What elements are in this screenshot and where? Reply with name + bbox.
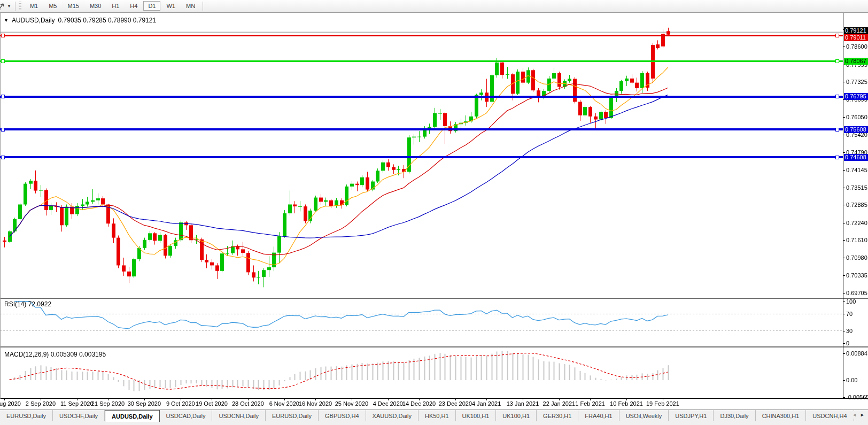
date-tick-label: 19 Feb 2021 [639,400,687,407]
rsi-tick-label: 30 [846,328,852,334]
price-tick-label: 0.73515 [846,184,867,191]
timeframe-button-h1[interactable]: H1 [107,1,124,11]
timeframe-button-m1[interactable]: M1 [25,1,43,11]
price-tick-label: 0.77325 [846,79,867,85]
line-handle[interactable] [835,128,839,132]
horizontal-line-0.79011[interactable] [0,35,843,36]
timeframe-button-m15[interactable]: M15 [63,1,83,11]
line-handle[interactable] [835,59,839,63]
price-badge-0.79011: 0.79011 [844,34,868,41]
macd-indicator-label: MACD(12,26,9) 0.005309 0.003195 [4,351,106,358]
symbol-title: AUDUSD,Daily [12,17,55,24]
line-handle[interactable] [1,34,5,37]
horizontal-line-0.76795[interactable] [0,96,843,98]
price-badge-0.75608: 0.75608 [844,126,868,133]
horizontal-line-0.74608[interactable] [0,156,843,158]
chart-tab-china300-h1[interactable]: CHINA300,H1 [756,410,807,421]
tab-scroll-right-icon[interactable]: ► [860,412,865,418]
chart-tab-usdjpy-h1[interactable]: USDJPY,H1 [669,410,714,421]
tab-scroll-left-icon[interactable]: ◄ [852,412,857,418]
ohlc-values: 0.79035 0.79285 0.78990 0.79121 [58,17,157,24]
chart-tab-fra40-h1[interactable]: FRA40,H1 [578,410,619,421]
line-handle[interactable] [835,95,839,98]
timeframe-button-m5[interactable]: M5 [44,1,61,11]
price-badge-0.79121: 0.79121 [844,27,868,34]
rsi-tick-label: 70 [846,311,852,317]
timeframe-button-mn[interactable]: MN [181,1,200,11]
toolbar-grip[interactable] [19,2,21,11]
chart-tab-usdchf-daily[interactable]: USDCHF,Daily [53,410,105,421]
line-handle[interactable] [1,128,5,132]
symbol-dropdown-icon[interactable]: ▼ [4,18,9,23]
timeframe-button-h4[interactable]: H4 [125,1,142,11]
price-tick-label: 0.72240 [846,220,867,226]
price-tick-label: 0.74145 [846,167,867,173]
chart-tab-bar: EURUSD,DailyUSDCHF,DailyAUDUSD,DailyUSDC… [0,409,868,425]
price-badge-0.74608: 0.74608 [844,154,868,161]
rsi-tick-label: 0 [846,340,849,346]
price-tick-label: 0.71610 [846,237,867,243]
horizontal-line-0.78067[interactable] [0,60,843,62]
chart-title: ▼ AUDUSD,Daily 0.79035 0.79285 0.78990 0… [4,17,156,24]
chart-tab-audusd-daily[interactable]: AUDUSD,Daily [105,410,159,422]
macd-tick-label: -0.005651 [846,394,868,400]
macd-tick-label: 0.00 [846,377,857,383]
chart-tab-xauusd-daily[interactable]: XAUUSD,Daily [366,410,418,421]
chart-tab-uk100-h1[interactable]: UK100,H1 [456,410,497,421]
chart-tab-usdcnh-daily[interactable]: USDCNH,Daily [212,410,266,421]
timeframe-button-m30[interactable]: M30 [85,1,106,11]
line-handle[interactable] [1,59,5,63]
line-handle[interactable] [835,34,839,37]
chart-tab-uk100-h1[interactable]: UK100,H1 [496,410,537,421]
price-tick-label: 0.69705 [846,290,867,296]
horizontal-line-0.75608[interactable] [0,128,843,130]
price-tick-label: 0.76050 [846,114,867,120]
chart-tab-dj30-daily[interactable]: DJ30,Daily [714,410,755,421]
line-handle[interactable] [1,95,5,98]
chart-tab-gbpusd-h4[interactable]: GBPUSD,H4 [319,410,366,421]
chart-tab-eurusd-daily[interactable]: EURUSD,Daily [266,410,319,421]
rsi-indicator-label: RSI(14) 72.0922 [4,300,51,308]
toolbar-separator [203,2,203,11]
price-tick-label: 0.78600 [846,43,867,50]
crosshair-tool-icon[interactable] [0,3,5,10]
rsi-tick-label: 100 [846,298,856,305]
chart-tab-eurusd-daily[interactable]: EURUSD,Daily [0,410,53,421]
mt4-window: ▼ M1M5M15M30H1H4D1W1MN ▼ AUDUSD,Daily 0.… [0,0,868,425]
chevron-down-icon[interactable]: ▼ [7,4,11,9]
tab-scroll-arrows: ◄ ► [850,411,867,419]
price-badge-0.76795: 0.76795 [844,93,868,100]
chart-tab-usdcnh-h4[interactable]: USDCNH,H4 [806,410,854,421]
line-handle[interactable] [1,156,5,159]
price-tick-label: 0.70335 [846,272,867,279]
line-handle[interactable] [835,156,839,159]
chart-canvas[interactable] [0,0,868,425]
macd-tick-label: 0.00884 [846,350,867,357]
timeframe-button-w1[interactable]: W1 [161,1,180,11]
toolbar: ▼ M1M5M15M30H1H4D1W1MN [0,0,868,13]
chart-tab-ger30-h1[interactable]: GER30,H1 [537,410,578,421]
price-tick-label: 0.72885 [846,202,867,208]
toolbar-separator [15,2,15,11]
chart-tab-usdcad-daily[interactable]: USDCAD,Daily [160,410,213,421]
chart-tab-hk50-h1[interactable]: HK50,H1 [418,410,456,421]
timeframe-button-d1[interactable]: D1 [143,1,160,11]
timeframe-buttons: M1M5M15M30H1H4D1W1MN [25,2,200,10]
price-tick-label: 0.70980 [846,254,867,261]
price-badge-0.78067: 0.78067 [844,58,868,65]
chart-tab-usoil-weekly[interactable]: USOil,Weekly [619,410,669,421]
